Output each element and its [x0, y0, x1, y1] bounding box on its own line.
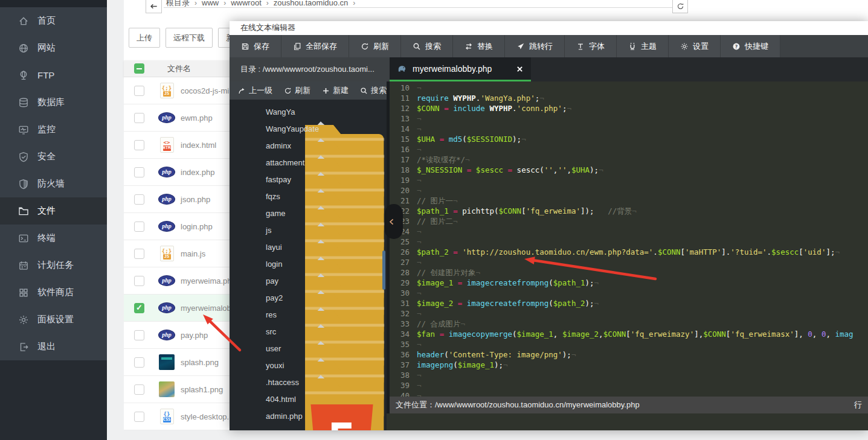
file-type-icon: php [158, 302, 175, 313]
code-editor[interactable]: 10¬11require WYPHP.'WangYa.php';¬12$CONN… [390, 81, 868, 413]
row-checkbox[interactable] [134, 384, 144, 395]
tree-toolbar-label: 搜索 [371, 85, 387, 96]
row-checkbox[interactable] [134, 357, 144, 368]
sidebar-item-面板设置[interactable]: 面板设置 [0, 306, 107, 333]
editor-toolbar-刷新[interactable]: 刷新 [349, 35, 401, 57]
collapse-tree-handle[interactable] [385, 204, 403, 239]
toolbar-button-label: 字体 [589, 41, 605, 52]
tree-folder-name: attachment [266, 158, 304, 167]
sidebar-item-安全[interactable]: 安全 [0, 143, 107, 170]
sidebar-item-文件[interactable]: 文件 [0, 197, 107, 225]
editor-toolbar-替换[interactable]: 替换 [453, 35, 505, 57]
row-checkbox[interactable] [134, 222, 144, 232]
tree-toolbar-搜索[interactable]: 搜索 [360, 85, 387, 96]
folder-filled-icon [251, 327, 261, 336]
chevron-right-icon [240, 176, 247, 183]
editor-toolbar-保存[interactable]: 保存 [230, 35, 281, 57]
sidebar-item-退出[interactable]: 退出 [0, 333, 107, 360]
line-number: 26 [390, 247, 417, 257]
tree-file-name: 404.html [266, 395, 296, 404]
row-checkbox[interactable] [134, 113, 144, 123]
row-checkbox[interactable] [134, 194, 144, 205]
code-line: 26$path_2 = 'http://zoushou.taomiduo.cn/… [390, 247, 868, 257]
file-name: style-desktop. [181, 412, 229, 421]
sidebar-item-网站[interactable]: 网站 [0, 34, 107, 62]
row-checkbox[interactable] [134, 167, 144, 177]
line-number: 10 [390, 83, 417, 93]
editor-toolbar-设置[interactable]: 设置 [669, 35, 721, 57]
tree-folder-WangYa[interactable]: WangYa [230, 103, 387, 120]
breadcrumb-segment[interactable]: www [202, 0, 219, 7]
breadcrumb-separator: › [194, 0, 197, 7]
tree-scrollbar[interactable] [382, 250, 385, 290]
tree-toolbar-上一级[interactable]: 上一级 [238, 85, 272, 96]
row-checkbox[interactable] [134, 330, 144, 340]
sidebar-item-防火墙[interactable]: 防火墙 [0, 170, 107, 197]
sidebar-item-计划任务[interactable]: 计划任务 [0, 252, 107, 279]
file-icon-badge: JS [163, 91, 171, 97]
php-file-icon: php [158, 194, 175, 205]
editor-toolbar-搜索[interactable]: 搜索 [401, 35, 453, 57]
sidebar-item-数据库[interactable]: 数据库 [0, 89, 107, 116]
sidebar-item-首页[interactable]: 首页 [0, 7, 107, 34]
fm-button-上传[interactable]: 上传 [129, 28, 160, 48]
folder-filled-icon [251, 225, 261, 235]
sidebar-item-label: FTP [37, 70, 54, 80]
editor-status-bar: 文件位置：/www/wwwroot/zoushou.taomiduo.cn/my… [390, 397, 868, 413]
php-file-icon: php [158, 275, 175, 286]
editor-tab-strip: myerweimalobby.php [390, 57, 868, 81]
breadcrumb-segment[interactable]: zoushou.taomiduo.cn [274, 0, 349, 7]
sidebar-item-FTP[interactable]: FTP [0, 62, 107, 89]
row-checkbox[interactable] [134, 86, 144, 96]
breadcrumb-underline [164, 7, 673, 8]
row-checkbox[interactable] [134, 303, 144, 313]
code-text: /*读取缓存*/¬ [417, 155, 868, 165]
sidebar-item-终端[interactable]: 终端 [0, 225, 107, 252]
editor-toolbar-快捷键[interactable]: 快捷键 [721, 35, 780, 57]
select-all-checkbox[interactable] [134, 63, 144, 74]
fm-button-远程下载[interactable]: 远程下载 [166, 28, 213, 48]
chevron-right-icon [240, 345, 247, 352]
tree-toolbar-刷新[interactable]: 刷新 [284, 85, 310, 96]
row-checkbox[interactable] [134, 276, 144, 286]
filename-column-header: 文件名 [167, 63, 191, 74]
back-button[interactable] [146, 0, 162, 13]
file-type-icon: {;}JS [158, 83, 175, 98]
search-icon [413, 42, 421, 51]
row-checkbox[interactable] [134, 140, 144, 150]
sidebar-item-监控[interactable]: 监控 [0, 116, 107, 143]
file-name: pay.php [181, 331, 208, 340]
editor-toolbar-字体[interactable]: 字体 [565, 35, 617, 57]
line-number: 17 [390, 155, 417, 165]
editor-toolbar-全部保存[interactable]: 全部保存 [281, 35, 349, 57]
folder-filled-icon [251, 310, 261, 319]
row-checkbox[interactable] [134, 249, 144, 259]
tree-file-name: admin.php [266, 412, 303, 421]
editor-directory-label[interactable]: 目录 : /www/wwwroot/zoushou.taomi... [230, 57, 390, 81]
sidebar-item-软件商店[interactable]: 软件商店 [0, 279, 107, 306]
line-number: 18 [390, 165, 417, 175]
file-icon-glyph: {} [161, 411, 173, 417]
editor-toolbar-主题[interactable]: 主题 [617, 35, 669, 57]
close-icon[interactable] [516, 65, 524, 72]
tree-toolbar-新建[interactable]: 新建 [322, 85, 349, 96]
globe-icon [18, 43, 29, 54]
tree-folder-name: pay2 [266, 293, 283, 302]
line-number: 28 [390, 267, 417, 278]
row-checkbox[interactable] [134, 412, 144, 422]
path-refresh-button[interactable] [672, 0, 688, 13]
breadcrumb-segment[interactable]: wwwroot [231, 0, 262, 7]
folder-filled-icon [251, 360, 261, 370]
editor-toolbar-跳转行[interactable]: 跳转行 [505, 35, 565, 57]
file-tree-panel: 上一级刷新新建搜索 WangYaWangYaupdateadminxattach… [230, 81, 387, 430]
code-line: 32¬ [390, 308, 868, 319]
line-number: 37 [390, 360, 417, 370]
breadcrumb-separator: › [353, 0, 355, 7]
chevron-left-icon [388, 218, 396, 226]
reload-icon [677, 2, 684, 10]
sidebar-item-label: 防火墙 [37, 178, 65, 190]
breadcrumb-segment[interactable]: 根目录 [166, 0, 190, 7]
line-indicator: 行 [854, 400, 862, 410]
tab-myerweimalobby[interactable]: myerweimalobby.php [390, 57, 531, 81]
toolbar-button-label: 主题 [641, 41, 657, 52]
